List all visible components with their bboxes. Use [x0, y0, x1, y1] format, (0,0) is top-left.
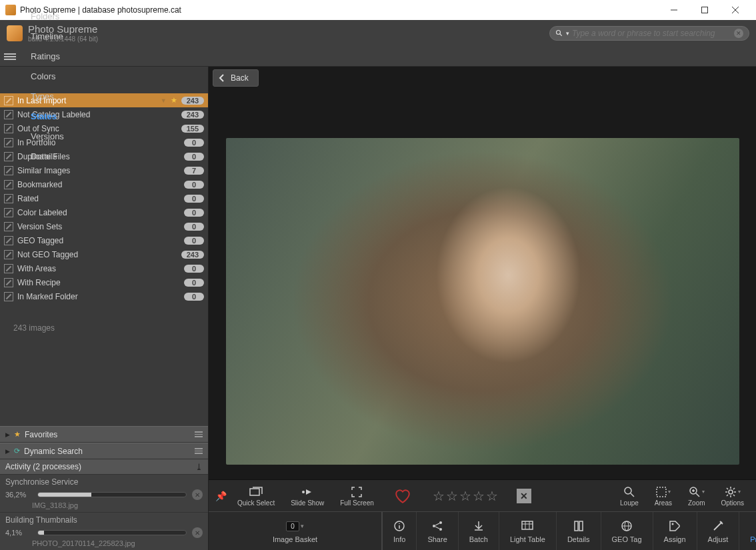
options-button[interactable]: ▾ Options	[716, 485, 749, 507]
cancel-activity-button[interactable]: ✕	[192, 489, 203, 500]
tab-portfolios[interactable]: Portfolios	[23, 0, 81, 7]
star-3[interactable]: ☆	[459, 488, 471, 504]
favorites-panel-header[interactable]: ▶ ★ Favorites	[0, 426, 208, 443]
assign-icon	[669, 519, 681, 533]
tab-types[interactable]: Types	[23, 87, 81, 107]
search-field[interactable]: ▾ ✕	[549, 26, 749, 41]
state-item[interactable]: Not GEO Tagged 243	[0, 247, 208, 261]
tab-states[interactable]: States	[23, 107, 81, 127]
viewer-toolbar-upper: 📌 Quick Select Slide Show Full Screen ☆ …	[209, 479, 756, 511]
slide-show-button[interactable]: Slide Show	[285, 485, 329, 507]
state-item[interactable]: Bookmarked 0	[0, 177, 208, 191]
zoom-icon: ▾	[689, 485, 705, 499]
collapse-icon[interactable]: ⤓	[195, 462, 203, 472]
star-5[interactable]: ☆	[486, 488, 498, 504]
state-item[interactable]: Rated 0	[0, 191, 208, 205]
state-item[interactable]: GEO Tagged 0	[0, 233, 208, 247]
progress-bar	[37, 492, 187, 497]
count-badge: 0	[184, 265, 204, 273]
count-badge: 243	[181, 251, 204, 259]
edit-icon	[4, 222, 13, 231]
count-badge: 0	[184, 209, 204, 217]
count-badge: 155	[181, 125, 204, 133]
search-dropdown-icon[interactable]: ▾	[566, 30, 569, 37]
state-item[interactable]: With Recipe 0	[0, 275, 208, 289]
state-item[interactable]: In Marked Folder 0	[0, 289, 208, 303]
tab-folders[interactable]: Folders	[23, 7, 81, 27]
state-label: Version Sets	[17, 222, 180, 231]
assign-button[interactable]: Assign	[653, 512, 697, 550]
edit-icon	[4, 152, 13, 161]
expand-icon: ▶	[5, 431, 10, 438]
tab-versions[interactable]: Versions	[23, 127, 81, 147]
details-icon	[573, 519, 585, 533]
svg-point-3	[302, 491, 305, 493]
svg-point-9	[433, 525, 435, 527]
panel-menu-icon[interactable]	[195, 431, 203, 437]
edit-icon	[4, 194, 13, 203]
reject-button[interactable]: ✕	[517, 489, 531, 503]
preview-button[interactable]: Preview	[739, 512, 756, 550]
search-input[interactable]	[572, 29, 734, 38]
hamburger-menu[interactable]	[4, 53, 16, 60]
refresh-icon: ⟳	[14, 447, 20, 455]
light-table-button[interactable]: Light Table	[499, 512, 557, 550]
count-badge: 243	[181, 111, 204, 119]
loupe-icon	[623, 485, 635, 499]
adjust-button[interactable]: Adjust	[697, 512, 740, 550]
tab-colors[interactable]: Colors	[23, 67, 81, 87]
share-icon	[431, 519, 443, 533]
rating-stars[interactable]: ☆ ☆ ☆ ☆ ☆	[433, 488, 498, 504]
maximize-button[interactable]	[689, 0, 720, 20]
minimize-button[interactable]	[659, 0, 689, 20]
star-1[interactable]: ☆	[433, 488, 445, 504]
geo-tag-icon	[621, 519, 633, 533]
svg-rect-5	[657, 487, 666, 497]
activity-panel-header[interactable]: Activity (2 processes) ⤓	[0, 459, 208, 474]
close-button[interactable]	[720, 0, 751, 20]
svg-point-7	[729, 490, 733, 494]
svg-rect-12	[522, 521, 533, 529]
svg-point-4	[625, 487, 631, 494]
panel-menu-icon[interactable]	[195, 448, 203, 454]
preview-image[interactable]	[226, 138, 739, 465]
quick-select-button[interactable]: Quick Select	[232, 485, 280, 507]
state-item[interactable]: With Areas 0	[0, 261, 208, 275]
tab-details[interactable]: Details	[23, 147, 81, 167]
details-button[interactable]: Details	[557, 512, 601, 550]
star-4[interactable]: ☆	[473, 488, 485, 504]
geo-tag-button[interactable]: GEO Tag	[601, 512, 653, 550]
image-basket-button[interactable]: 0 ▾ Image Basket	[209, 512, 382, 550]
image-viewer: Back 📌 Quick Select Slide Show Full Scre…	[209, 67, 756, 550]
state-item[interactable]: Color Labeled 0	[0, 205, 208, 219]
progress-bar	[37, 530, 187, 535]
areas-button[interactable]: ▾ Areas	[649, 485, 677, 507]
edit-icon	[4, 278, 13, 287]
edit-icon	[4, 138, 13, 147]
favorite-heart-icon[interactable]	[394, 488, 411, 504]
count-badge: 0	[184, 181, 204, 189]
tab-ratings[interactable]: Ratings	[23, 47, 81, 67]
pin-icon[interactable]: 📌	[215, 491, 227, 501]
dynamic-search-panel-header[interactable]: ▶ ⟳ Dynamic Search	[0, 443, 208, 459]
state-label: Bookmarked	[17, 180, 180, 189]
state-item[interactable]: Version Sets 0	[0, 219, 208, 233]
clear-search-button[interactable]: ✕	[734, 29, 743, 38]
loupe-button[interactable]: Loupe	[615, 485, 644, 507]
edit-icon	[4, 250, 13, 259]
svg-point-1	[557, 31, 561, 35]
zoom-button[interactable]: ▾ Zoom	[683, 485, 711, 507]
activity-name: Building Thumbnails	[5, 515, 203, 525]
full-screen-button[interactable]: Full Screen	[335, 485, 379, 507]
count-badge: 0	[184, 139, 204, 147]
tab-timeline[interactable]: Timeline	[23, 27, 81, 47]
star-2[interactable]: ☆	[446, 488, 458, 504]
share-button[interactable]: Share	[417, 512, 458, 550]
state-label: Rated	[17, 194, 180, 203]
edit-icon	[4, 208, 13, 217]
count-badge: 0	[184, 237, 204, 245]
back-button[interactable]: Back	[213, 69, 259, 87]
info-button[interactable]: Info	[383, 512, 417, 550]
cancel-activity-button[interactable]: ✕	[192, 527, 203, 538]
batch-button[interactable]: Batch	[459, 512, 499, 550]
